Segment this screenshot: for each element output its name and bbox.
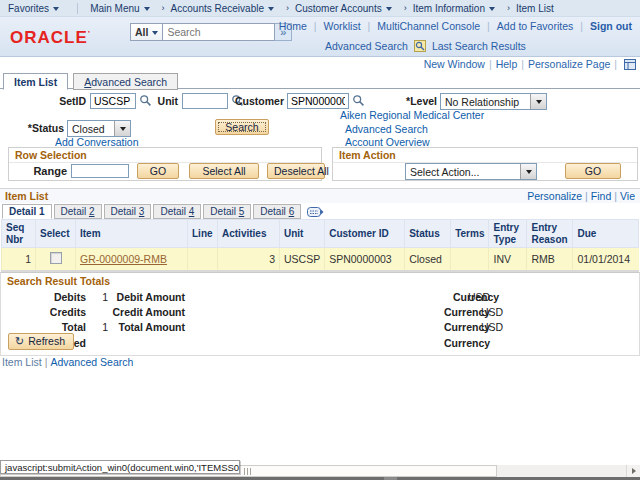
new-window-link[interactable]: New Window xyxy=(424,58,485,70)
col-due: Due xyxy=(573,220,639,248)
detail-tab-num: 3 xyxy=(139,206,145,217)
detail-tab-4[interactable]: Detail 4 xyxy=(153,204,201,219)
detail-tab-1[interactable]: Detail 1 xyxy=(2,204,52,219)
breadcrumb-favorites[interactable]: Favorites xyxy=(8,3,59,14)
col-entry-reason: Entry Reason xyxy=(527,220,573,248)
oracle-logo: ORACLE’ xyxy=(10,28,91,48)
setid-label: SetID xyxy=(30,95,86,107)
customer-lookup-icon[interactable] xyxy=(352,94,365,107)
select-all-button[interactable]: Select All xyxy=(189,163,259,179)
advanced-search-link-header[interactable]: Advanced Search xyxy=(325,40,408,52)
col-customer-id: Customer ID xyxy=(325,220,405,248)
breadcrumb-main-menu[interactable]: Main Menu xyxy=(90,3,149,14)
customer-name-link[interactable]: Aiken Regional Medical Center xyxy=(340,109,484,121)
divider xyxy=(580,20,583,32)
range-go-button[interactable]: GO xyxy=(137,163,179,179)
col-terms: Terms xyxy=(451,220,489,248)
deselect-all-button[interactable]: Deselect All xyxy=(267,163,325,179)
setid-field[interactable] xyxy=(90,93,136,109)
tab-item-list[interactable]: Item List xyxy=(3,73,68,90)
cell-status: Closed xyxy=(405,248,451,272)
search-links: Advanced Search Last Search Results xyxy=(325,40,526,52)
find-link[interactable]: Find xyxy=(591,190,611,202)
range-field[interactable] xyxy=(71,164,129,178)
breadcrumb-item-accounts-receivable[interactable]: Accounts Receivable xyxy=(171,3,274,14)
breadcrumb-item-customer-accounts[interactable]: Customer Accounts xyxy=(295,3,392,14)
divider xyxy=(487,20,490,32)
view-all-link[interactable]: Vie xyxy=(620,190,635,202)
detail-tab-label: Detail xyxy=(61,206,87,217)
detail-tab-label: Detail xyxy=(260,206,286,217)
col-status: Status xyxy=(405,220,451,248)
nav-multichannel-console[interactable]: MultiChannel Console xyxy=(377,20,480,32)
search-scope-dropdown[interactable]: All xyxy=(130,23,163,41)
col-item: Item xyxy=(76,220,188,248)
footer-advanced-search-link[interactable]: Advanced Search xyxy=(50,356,133,368)
dropdown-arrow-icon xyxy=(530,94,546,109)
breadcrumb-item-item-information[interactable]: Item Information xyxy=(413,3,495,14)
detail-tab-2[interactable]: Detail 2 xyxy=(54,204,102,219)
status-dropdown[interactable]: Closed xyxy=(67,120,131,137)
scrollbar-right-arrow[interactable] xyxy=(626,465,640,477)
breadcrumb-separator xyxy=(404,3,407,13)
currency-value: USD xyxy=(468,291,490,303)
debit-amount-label: Debit Amount xyxy=(109,291,185,303)
search-input[interactable] xyxy=(163,23,275,41)
breadcrumb: Favorites Main Menu Accounts Receivable … xyxy=(0,0,640,17)
debits-value: 1 xyxy=(94,291,108,303)
item-action-box: Item Action Select Action... GO xyxy=(332,147,638,181)
divider xyxy=(614,58,617,70)
footer-item-list-link[interactable]: Item List xyxy=(2,356,42,368)
totals-row-credits: Credits Credit Amount Currency USD xyxy=(1,306,639,321)
show-all-columns-icon[interactable] xyxy=(307,207,324,218)
nav-home[interactable]: Home xyxy=(279,20,307,32)
search-button[interactable]: Search xyxy=(215,119,269,135)
item-id-link[interactable]: GR-0000009-RMB xyxy=(80,253,167,265)
table-row: 1 GR-0000009-RMB 3 USCSP SPN0000003 Clos… xyxy=(2,248,639,272)
cell-entry-type: INV xyxy=(489,248,527,272)
scrollbar-grip-icon xyxy=(244,468,251,475)
nav-add-to-favorites[interactable]: Add to Favorites xyxy=(497,20,573,32)
nav-worklist[interactable]: Worklist xyxy=(323,20,360,32)
sign-out-link[interactable]: Sign out xyxy=(590,20,632,32)
detail-tab-num: 6 xyxy=(289,206,295,217)
item-action-dropdown[interactable]: Select Action... xyxy=(405,163,537,180)
divider xyxy=(45,356,48,368)
last-search-results-link[interactable]: Last Search Results xyxy=(432,40,526,52)
detail-tab-num: 5 xyxy=(239,206,245,217)
tab-advanced-search[interactable]: Advanced Search xyxy=(73,73,178,90)
advanced-search-link[interactable]: Advanced Search xyxy=(345,123,428,135)
totals-body: Debits 1 Debit Amount Currency USD Credi… xyxy=(1,289,639,355)
status-label: *Status xyxy=(26,122,64,134)
credits-label: Credits xyxy=(1,306,86,318)
col-activities: Activities xyxy=(218,220,280,248)
customer-field[interactable] xyxy=(287,93,349,109)
breadcrumb-item-label: Accounts Receivable xyxy=(171,3,264,14)
level-dropdown[interactable]: No Relationship xyxy=(440,93,547,110)
search-result-totals-box: Search Result Totals Debits 1 Debit Amou… xyxy=(0,272,640,356)
divider xyxy=(585,190,588,202)
personalize-link[interactable]: Personalize xyxy=(527,190,582,202)
item-action-go-button[interactable]: GO xyxy=(565,163,621,179)
detail-tab-5[interactable]: Detail 5 xyxy=(203,204,251,219)
help-link[interactable]: Help xyxy=(496,58,518,70)
search-form: SetID Unit Customer *Level No Relationsh… xyxy=(0,89,640,143)
http-icon[interactable] xyxy=(624,59,636,70)
breadcrumb-main-menu-label: Main Menu xyxy=(90,3,139,14)
table-header-row: Seq Nbr Select Item Line Activities Unit… xyxy=(2,220,639,248)
col-select: Select xyxy=(36,220,76,248)
detail-tab-label: Detail xyxy=(9,206,36,217)
breadcrumb-separator xyxy=(507,3,510,13)
group-box-row: Row Selection Range GO Select All Desele… xyxy=(0,147,640,183)
refresh-button[interactable]: Refresh xyxy=(8,333,74,350)
header: ORACLE’ All HomeWorklistMultiChannel Con… xyxy=(0,17,640,57)
detail-tab-num: 1 xyxy=(39,206,45,217)
unit-field[interactable] xyxy=(182,93,228,109)
row-select-checkbox[interactable] xyxy=(50,252,62,264)
personalize-page-link[interactable]: Personalize Page xyxy=(528,58,610,70)
detail-tab-6[interactable]: Detail 6 xyxy=(253,204,301,219)
chevron-down-icon xyxy=(144,7,150,14)
detail-tab-3[interactable]: Detail 3 xyxy=(104,204,152,219)
col-unit: Unit xyxy=(280,220,325,248)
chevron-down-icon xyxy=(53,7,59,14)
